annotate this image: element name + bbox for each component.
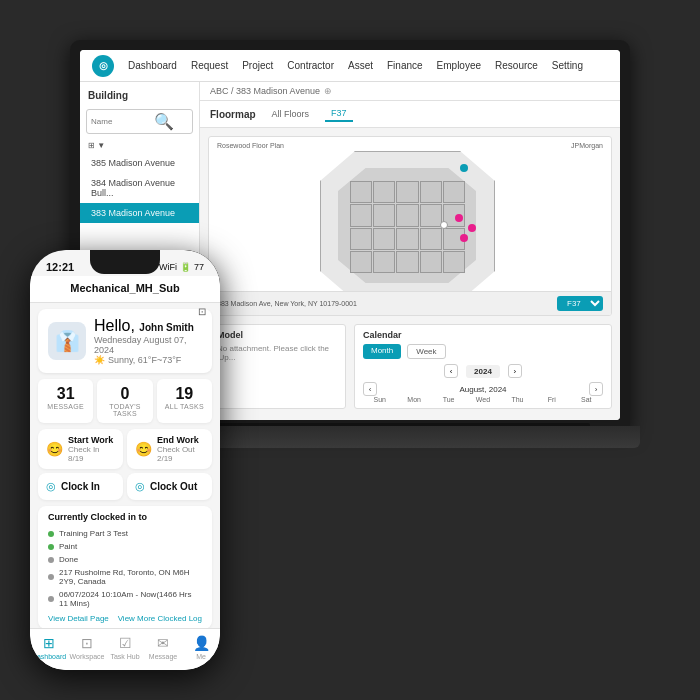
clock-buttons: ◎ Clock In ◎ Clock Out bbox=[38, 473, 212, 500]
fp-rooms bbox=[350, 181, 465, 273]
clocked-title: Currently Clocked in to bbox=[48, 512, 202, 522]
sidebar-title: Building bbox=[80, 90, 199, 105]
breadcrumb: ABC / 383 Madison Avenue ⊕ bbox=[200, 82, 620, 101]
laptop-nav: ◎ Dashboard Request Project Contractor A… bbox=[80, 50, 620, 82]
floor-select[interactable]: F37 bbox=[557, 296, 603, 311]
building-item-383[interactable]: 383 Madison Avenue bbox=[80, 203, 199, 223]
phone: 12:21 ▲▼ WiFi 🔋 77 Mechanical_MH_Sub ⊡ � bbox=[30, 250, 220, 670]
stat-all-label: ALL TASKS bbox=[161, 403, 208, 410]
map-building-name: 383 Madison Ave, New York, NY 10179-0001 bbox=[217, 300, 357, 307]
nav-workspace-label: Workspace bbox=[70, 653, 105, 660]
user-name: John Smith bbox=[139, 322, 193, 333]
nav-me-label: Me bbox=[196, 653, 206, 660]
end-work-btn[interactable]: 😊 End Work Check Out 2/19 bbox=[127, 429, 212, 469]
fp-room bbox=[420, 181, 442, 203]
map-label: Rosewood Floor Plan bbox=[217, 142, 284, 149]
map-brand: JPMorgan bbox=[571, 142, 603, 149]
nav-contractor[interactable]: Contractor bbox=[287, 60, 334, 71]
nav-message-icon: ✉ bbox=[157, 635, 169, 651]
breadcrumb-icon: ⊕ bbox=[324, 86, 332, 96]
clocked-item-3: 217 Rusholme Rd, Toronto, ON M6H 2Y9, Ca… bbox=[48, 566, 202, 588]
cal-tab-month[interactable]: Month bbox=[363, 344, 401, 359]
view-detail-link[interactable]: View Detail Page bbox=[48, 614, 109, 623]
building-item-385[interactable]: 385 Madison Avenue bbox=[80, 153, 199, 173]
nav-dashboard[interactable]: Dashboard bbox=[128, 60, 177, 71]
calendar-panel: Calendar Month Week ‹ 2024 › bbox=[354, 324, 612, 409]
cal-prev-btn[interactable]: ‹ bbox=[444, 364, 458, 378]
cal-hdr-sat: Sat bbox=[570, 396, 603, 403]
fp-room bbox=[396, 228, 418, 250]
cal-hdr-wed: Wed bbox=[466, 396, 499, 403]
cal-hdr-mon: Mon bbox=[397, 396, 430, 403]
nav-employee[interactable]: Employee bbox=[437, 60, 481, 71]
stat-all-tasks: 19 ALL TASKS bbox=[157, 379, 212, 423]
calendar-title: Calendar bbox=[363, 330, 603, 340]
fp-room bbox=[443, 251, 465, 273]
floor-tab-all[interactable]: All Floors bbox=[266, 107, 316, 121]
nav-request[interactable]: Request bbox=[191, 60, 228, 71]
nav-taskhub[interactable]: ☑ Task Hub bbox=[106, 635, 144, 660]
clocked-text-0: Training Part 3 Test bbox=[59, 529, 128, 538]
end-work-text: End Work Check Out 2/19 bbox=[157, 435, 204, 463]
end-work-icon: 😊 bbox=[135, 441, 152, 457]
clock-in-btn[interactable]: ◎ Clock In bbox=[38, 473, 123, 500]
start-work-label: Start Work bbox=[68, 435, 115, 445]
floor-tab-f37[interactable]: F37 bbox=[325, 106, 353, 122]
filter-button[interactable]: ⊞ ▼ bbox=[88, 141, 105, 150]
breadcrumb-text: ABC / 383 Madison Avenue bbox=[210, 86, 320, 96]
start-work-sub: Check In 8/19 bbox=[68, 445, 115, 463]
fp-room bbox=[396, 181, 418, 203]
clocked-dot-1 bbox=[48, 544, 54, 550]
phone-time: 12:21 bbox=[46, 261, 74, 273]
stats-row: 31 MESSAGE 0 TODAY'S TASKS 19 ALL TASKS bbox=[38, 379, 212, 423]
nav-message[interactable]: ✉ Message bbox=[144, 635, 182, 660]
nav-asset[interactable]: Asset bbox=[348, 60, 373, 71]
clocked-links: View Detail Page View More Clocked Log bbox=[48, 614, 202, 623]
view-more-link[interactable]: View More Clocked Log bbox=[118, 614, 202, 623]
cal-tab-week[interactable]: Week bbox=[407, 344, 445, 359]
nav-dashboard[interactable]: ⊞ Dashboard bbox=[30, 635, 68, 660]
fp-room bbox=[420, 204, 442, 226]
phone-notch bbox=[90, 250, 160, 274]
nav-workspace[interactable]: ⊡ Workspace bbox=[68, 635, 106, 660]
filter-row: ⊞ ▼ bbox=[80, 138, 199, 153]
building-search-input[interactable] bbox=[91, 117, 151, 126]
work-buttons: 😊 Start Work Check In 8/19 😊 End Work Ch… bbox=[38, 429, 212, 469]
fp-room bbox=[396, 204, 418, 226]
expand-icon[interactable]: ⊡ bbox=[198, 306, 206, 317]
weather-text: ☀️ Sunny, 61°F~73°F bbox=[94, 355, 202, 365]
building-search[interactable]: 🔍 bbox=[86, 109, 193, 134]
clocked-item-2: Done bbox=[48, 553, 202, 566]
phone-content: 👔 Hello, John Smith Wednesday August 07,… bbox=[30, 303, 220, 633]
nav-setting[interactable]: Setting bbox=[552, 60, 583, 71]
phone-username: Mechanical_MH_Sub bbox=[70, 282, 179, 294]
cal-hdr-sun: Sun bbox=[363, 396, 396, 403]
fp-room bbox=[396, 251, 418, 273]
cal-month: August, 2024 bbox=[459, 385, 506, 394]
battery-level: 77 bbox=[194, 262, 204, 272]
nav-finance[interactable]: Finance bbox=[387, 60, 423, 71]
building-item-384[interactable]: 384 Madison Avenue Bull... bbox=[80, 173, 199, 203]
stat-all-value: 19 bbox=[161, 385, 208, 403]
floor-map-area: Rosewood Floor Plan JPMorgan bbox=[208, 136, 612, 316]
clock-out-btn[interactable]: ◎ Clock Out bbox=[127, 473, 212, 500]
start-work-btn[interactable]: 😊 Start Work Check In 8/19 bbox=[38, 429, 123, 469]
fp-room bbox=[420, 251, 442, 273]
clock-out-label: Clock Out bbox=[150, 481, 197, 492]
cal-month-next[interactable]: › bbox=[589, 382, 603, 396]
clocked-dot-0 bbox=[48, 531, 54, 537]
calendar-month-nav: ‹ August, 2024 › bbox=[363, 382, 603, 396]
nav-resource[interactable]: Resource bbox=[495, 60, 538, 71]
fp-pin-pink bbox=[455, 214, 463, 222]
fp-room bbox=[443, 181, 465, 203]
nav-me[interactable]: 👤 Me bbox=[182, 635, 220, 660]
sun-icon: ☀️ bbox=[94, 355, 105, 365]
cal-month-prev[interactable]: ‹ bbox=[363, 382, 377, 396]
wifi-icon: WiFi bbox=[159, 262, 177, 272]
floormap-title: Floormap bbox=[210, 109, 256, 120]
clocked-item-1: Paint bbox=[48, 540, 202, 553]
cal-next-btn[interactable]: › bbox=[508, 364, 522, 378]
clock-out-icon: ◎ bbox=[135, 480, 145, 493]
nav-me-icon: 👤 bbox=[193, 635, 210, 651]
nav-project[interactable]: Project bbox=[242, 60, 273, 71]
